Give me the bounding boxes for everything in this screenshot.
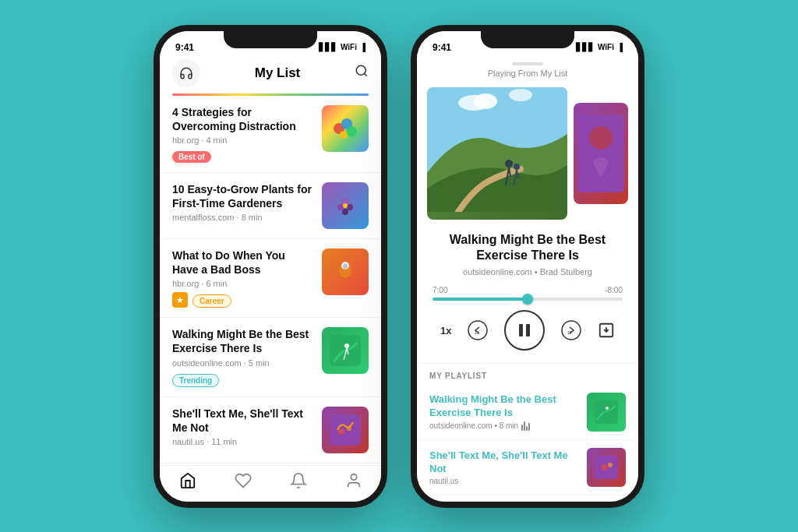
playlist-item-title: Walking Might Be the Best Exercise There…	[429, 393, 579, 420]
list-item-meta: mentalfloss.com · 8 min	[172, 213, 312, 222]
playlist-item-title: She'll Text Me, She'll Text Me Not	[429, 449, 579, 476]
bottom-nav	[160, 465, 381, 502]
nav-home-button[interactable]	[179, 472, 196, 489]
phones-container: 9:41 ▋▋▋ WiFi ▐ My List	[154, 25, 644, 508]
playlist-item-thumb	[587, 393, 626, 432]
speed-button[interactable]: 1x	[440, 325, 451, 336]
search-button[interactable]	[355, 64, 369, 82]
svg-rect-15	[330, 414, 361, 446]
svg-point-7	[347, 204, 353, 210]
svg-point-39	[608, 463, 613, 467]
svg-point-4	[340, 131, 348, 139]
progress-bar-bg[interactable]	[433, 298, 623, 301]
tag-trending: Trending	[172, 374, 219, 387]
svg-rect-30	[526, 324, 530, 336]
list-item-title: 4 Strategies for Overcoming Distraction	[172, 105, 312, 133]
signal-icon-2: ▋▋▋	[576, 43, 595, 51]
drag-handle[interactable]	[512, 62, 543, 65]
list-item-meta: hbr.org · 6 min	[172, 279, 312, 288]
list-item-thumb	[322, 182, 369, 229]
list-item-title: Walking Might Be the Best Exercise There…	[172, 327, 312, 355]
svg-rect-29	[519, 324, 523, 336]
svg-point-38	[601, 464, 607, 470]
phone1-header: My List	[160, 56, 381, 93]
svg-point-22	[509, 89, 532, 101]
playlist-section: MY PLAYLIST Walking Might Be the Best Ex…	[417, 363, 638, 501]
list-item-content: What to Do When You Have a Bad Boss hbr.…	[172, 248, 312, 308]
list-item-title: She'll Text Me, She'll Text Me Not	[172, 407, 312, 435]
list-item[interactable]: She'll Text Me, She'll Text Me Not nauti…	[160, 397, 381, 463]
playing-from-label: Playing From My List	[417, 69, 638, 78]
artwork-carousel	[417, 87, 638, 220]
battery-icon-2: ▐	[617, 43, 623, 51]
phone-notch-2	[481, 31, 574, 48]
svg-point-17	[347, 426, 351, 431]
wifi-icon-2: WiFi	[598, 43, 614, 51]
archive-button[interactable]	[598, 322, 615, 339]
svg-text:15: 15	[475, 330, 479, 335]
svg-point-24	[514, 164, 520, 170]
playlist-header: MY PLAYLIST	[417, 364, 638, 385]
tag-career: Career	[192, 294, 231, 308]
list-item-content: Walking Might Be the Best Exercise There…	[172, 327, 312, 386]
time-elapsed: 7:00	[433, 286, 447, 294]
list-item-meta: nautil.us · 11 min	[172, 437, 312, 446]
playlist-item-content: She'll Text Me, She'll Text Me Not nauti…	[429, 449, 579, 486]
player-screen: Playing From My List	[417, 56, 638, 502]
time-remaining: -8:00	[605, 286, 623, 294]
svg-point-23	[505, 160, 513, 167]
pause-button[interactable]	[504, 310, 545, 351]
status-icons-1: ▋▋▋ WiFi ▐	[319, 43, 365, 51]
playlist-item[interactable]: She'll Text Me, She'll Text Me Not nauti…	[417, 440, 638, 495]
list-item-title: 10 Easy-to-Grow Plants for First-Time Ga…	[172, 182, 312, 210]
svg-point-3	[346, 126, 357, 137]
playlist-item-source-2: nautil.us	[429, 477, 458, 485]
list-item[interactable]: 10 Easy-to-Grow Plants for First-Time Ga…	[160, 173, 381, 239]
svg-text:15: 15	[567, 330, 572, 335]
playlist-item-meta: outsideonline.com • 8 min	[429, 421, 579, 431]
star-tag-icon: ★	[172, 292, 188, 308]
headphone-icon-button[interactable]	[172, 59, 200, 87]
list-item-thumb	[322, 105, 369, 152]
list-item[interactable]: 4 Strategies for Overcoming Distraction …	[160, 96, 381, 173]
progress-container: 7:00 -8:00	[417, 286, 638, 301]
signal-icon: ▋▋▋	[319, 43, 337, 51]
playlist-item-meta: nautil.us	[429, 477, 579, 485]
hiking-artwork-svg	[427, 87, 567, 212]
playlist-item-source: outsideonline.com • 8 min	[429, 421, 518, 430]
playlist-item-thumb-2	[587, 448, 626, 487]
svg-point-6	[337, 204, 344, 210]
list-item-thumb	[322, 248, 369, 295]
nav-profile-button[interactable]	[345, 472, 362, 489]
list-item-content: She'll Text Me, She'll Text Me Not nauti…	[172, 407, 312, 450]
phone-notch	[224, 31, 317, 48]
artwork-main	[427, 87, 567, 220]
svg-point-12	[343, 263, 348, 269]
forward-button[interactable]: 15	[560, 319, 582, 341]
svg-point-16	[338, 428, 344, 435]
list-item[interactable]: What to Do When You Have a Bad Boss hbr.…	[160, 239, 381, 318]
nav-saved-button[interactable]	[235, 472, 252, 489]
header-title-1: My List	[255, 65, 301, 81]
progress-thumb[interactable]	[522, 294, 533, 305]
nav-notifications-button[interactable]	[290, 472, 307, 489]
playlist-item[interactable]: Walking Might Be the Best Exercise There…	[417, 385, 638, 440]
list-item-content: 10 Easy-to-Grow Plants for First-Time Ga…	[172, 182, 312, 226]
svg-point-26	[589, 126, 613, 150]
wifi-icon: WiFi	[341, 43, 357, 51]
list-item-thumb	[322, 407, 369, 453]
list-container[interactable]: 4 Strategies for Overcoming Distraction …	[160, 96, 381, 465]
player-title: Walking Might Be the Best Exercise There…	[417, 232, 638, 265]
status-time-1: 9:41	[175, 42, 194, 53]
phone-player: 9:41 ▋▋▋ WiFi ▐ Playing From My List	[411, 25, 644, 508]
player-controls: 1x 15	[417, 310, 638, 351]
rewind-button[interactable]: 15	[467, 319, 489, 341]
list-item-meta: outsideonline.com · 5 min	[172, 358, 312, 368]
svg-point-9	[343, 203, 348, 208]
svg-rect-35	[595, 400, 618, 424]
list-item[interactable]: Walking Might Be the Best Exercise There…	[160, 318, 381, 396]
list-item-meta: hbr.org · 4 min	[172, 136, 312, 145]
svg-point-21	[474, 93, 497, 109]
status-icons-2: ▋▋▋ WiFi ▐	[576, 43, 623, 51]
svg-point-14	[344, 344, 349, 348]
